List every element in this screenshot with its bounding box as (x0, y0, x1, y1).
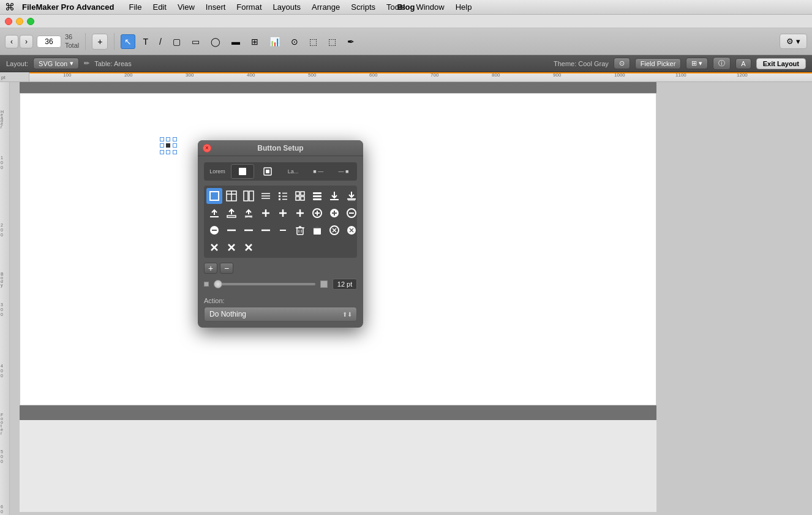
icon-plus-circle2[interactable] (326, 205, 342, 221)
size-slider-thumb[interactable] (214, 280, 222, 288)
forward-button[interactable]: › (20, 35, 33, 48)
select-tool-button[interactable]: ↖ (121, 34, 135, 49)
back-button[interactable]: ‹ (5, 35, 18, 48)
maximize-button[interactable] (27, 18, 34, 25)
canvas-area[interactable]: × Button Setup Lorem La... ■ — — ■ (10, 82, 812, 515)
icon-x-plain3[interactable] (241, 239, 257, 255)
icon-upload3[interactable] (241, 205, 257, 221)
menu-edit[interactable]: Edit (148, 1, 171, 13)
icon-list2[interactable] (275, 188, 291, 204)
icon-plus2[interactable] (275, 205, 291, 221)
icon-x-plain2[interactable] (224, 239, 239, 255)
tab-outline-icon[interactable] (256, 164, 279, 179)
add-record-button[interactable]: + (92, 34, 108, 50)
svg-rect-19 (301, 192, 304, 195)
handle-br[interactable] (173, 150, 177, 154)
handle-mr[interactable] (173, 143, 177, 148)
tab-mixed1[interactable]: ■ — (307, 164, 330, 179)
icon-plus3[interactable] (292, 205, 308, 221)
handle-mc[interactable] (166, 143, 170, 148)
minimize-button[interactable] (16, 18, 23, 25)
add-icon-button[interactable]: + (204, 263, 217, 274)
chart-tool-button[interactable]: 📊 (266, 34, 284, 49)
icon-download[interactable] (326, 188, 342, 204)
gear-button[interactable]: ⚙ ▾ (780, 34, 807, 49)
handle-tl[interactable] (160, 137, 164, 141)
handle-tm[interactable] (166, 137, 170, 141)
eyedropper-tool-button[interactable]: ✒ (344, 34, 358, 49)
app-name[interactable]: FileMaker Pro Advanced (22, 2, 115, 12)
menu-layouts[interactable]: Layouts (268, 1, 306, 13)
handle-ml[interactable] (160, 143, 164, 148)
icon-x-circle[interactable] (326, 222, 342, 238)
tab-mixed2[interactable]: — ■ (332, 164, 355, 179)
text-size-button[interactable]: A (735, 58, 751, 69)
menu-scripts[interactable]: Scripts (346, 1, 380, 13)
icon-lines-view[interactable] (309, 188, 325, 204)
svg-rect-24 (313, 198, 321, 200)
dialog-close-button[interactable]: × (203, 144, 211, 152)
tab-text[interactable]: Lorem (206, 164, 229, 179)
icon-upload[interactable] (206, 205, 222, 221)
remove-icon-button[interactable]: − (220, 263, 233, 274)
icon-minus-line3[interactable] (258, 222, 274, 238)
separator (85, 33, 86, 50)
menu-view[interactable]: View (173, 1, 200, 13)
icon-columns[interactable] (241, 188, 257, 204)
layout-name-button[interactable]: SVG Icon ▾ (33, 58, 79, 69)
button-tool-button[interactable]: ⬚ (306, 34, 321, 49)
icon-x-plain[interactable] (206, 239, 222, 255)
handle-bm[interactable] (166, 150, 170, 154)
menu-window[interactable]: Window (411, 1, 449, 13)
info-button[interactable]: ⓘ (713, 57, 731, 70)
close-button[interactable] (5, 18, 12, 25)
icon-table[interactable] (224, 188, 239, 204)
icon-minus-line2[interactable] (241, 222, 257, 238)
icon-x-circle2[interactable] (344, 222, 359, 238)
tab-solid-icon[interactable] (231, 164, 254, 179)
action-select[interactable]: Do Nothing Go to Layout New Record Delet… (204, 307, 357, 321)
handle-bl[interactable] (160, 150, 164, 154)
selected-widget[interactable] (160, 137, 177, 154)
icon-trash2[interactable] (309, 222, 325, 238)
line-tool-button[interactable]: / (156, 34, 165, 49)
field-picker-button[interactable]: Field Picker (635, 58, 681, 69)
exit-layout-button[interactable]: Exit Layout (756, 58, 806, 69)
size-input[interactable] (333, 279, 357, 290)
layout-options-button[interactable]: ⊞ ▾ (686, 58, 708, 69)
oval-tool-button[interactable]: ◯ (207, 34, 224, 49)
icon-plus-circle[interactable] (309, 205, 325, 221)
rounded-rect-tool-button[interactable]: ▭ (188, 34, 203, 49)
icon-grid-view[interactable] (292, 188, 308, 204)
text-tool-button[interactable]: T (139, 34, 152, 49)
menu-arrange[interactable]: Arrange (307, 1, 345, 13)
portal-tool-button[interactable]: ⊞ (247, 34, 262, 49)
tab-text-icon[interactable]: La... (282, 164, 305, 179)
edit-layout-icon[interactable]: ✏ (84, 59, 89, 67)
icon-minus-circle2[interactable] (206, 222, 222, 238)
menu-insert[interactable]: Insert (201, 1, 231, 13)
layout-bar: Layout: SVG Icon ▾ ✏ Table: Areas Theme:… (0, 55, 812, 72)
icon-upload2[interactable] (224, 205, 239, 221)
vertical-ruler: H e a d e r 1 0 0 2 0 0 B o d y 3 0 0 4 … (0, 82, 10, 515)
popover-tool-button[interactable]: ⬚ (325, 34, 340, 49)
web-tool-button[interactable]: ⊙ (287, 34, 302, 49)
menu-format[interactable]: Format (231, 1, 266, 13)
icon-list[interactable] (258, 188, 274, 204)
icon-download2[interactable] (344, 188, 359, 204)
handle-tr[interactable] (173, 137, 177, 141)
menu-file[interactable]: File (124, 1, 147, 13)
icon-minus-line[interactable] (224, 222, 239, 238)
theme-icon-button[interactable]: ⊙ (614, 58, 630, 69)
record-number-input[interactable] (37, 36, 61, 48)
icon-minus-circle[interactable] (344, 205, 359, 221)
icon-plus-plain[interactable] (258, 205, 274, 221)
rect-tool-button[interactable]: ▢ (169, 34, 184, 49)
icon-trash[interactable] (292, 222, 308, 238)
icon-minus-small[interactable] (275, 222, 291, 238)
apple-menu-icon[interactable]: ⌘ (5, 1, 15, 13)
menu-help[interactable]: Help (451, 1, 477, 13)
icon-square[interactable] (206, 188, 222, 204)
field-tool-button[interactable]: ▬ (228, 34, 244, 49)
theme-label: Theme: Cool Gray (554, 60, 609, 67)
